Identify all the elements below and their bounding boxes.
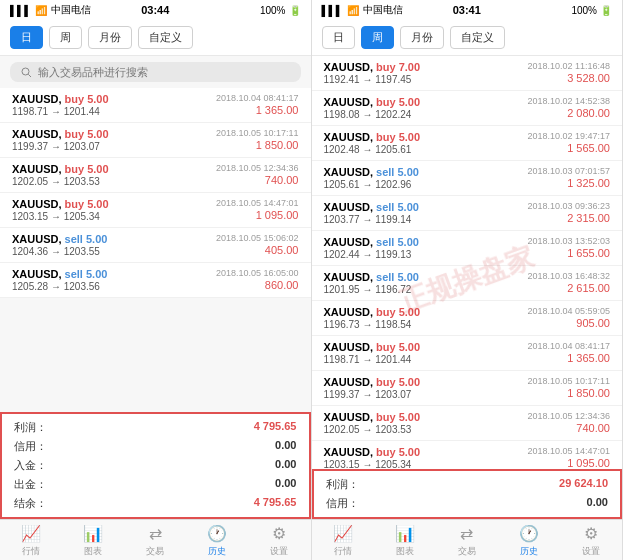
trade-item-0-left: XAUUSD, buy 5.00 1198.71 → 1201.44 2018.… bbox=[0, 88, 311, 123]
summary-deposit-left: 入金： 0.00 bbox=[14, 456, 297, 475]
carrier-name-left: 中国电信 bbox=[51, 3, 91, 17]
signal-icon-right: ▌▌▌ bbox=[322, 5, 343, 16]
filter-month-left[interactable]: 月份 bbox=[88, 26, 132, 49]
filter-month-right[interactable]: 月份 bbox=[400, 26, 444, 49]
summary-credit-left: 信用： 0.00 bbox=[14, 437, 297, 456]
trade-list-left: XAUUSD, buy 5.00 1198.71 → 1201.44 2018.… bbox=[0, 88, 311, 412]
trade-icon-right: ⇄ bbox=[460, 524, 473, 543]
search-icon-left bbox=[20, 66, 32, 78]
carrier-name-right: 中国电信 bbox=[363, 3, 403, 17]
filter-week-left[interactable]: 周 bbox=[49, 26, 82, 49]
svg-point-0 bbox=[22, 68, 29, 75]
summary-profit-left: 利润： 4 795.65 bbox=[14, 418, 297, 437]
trade-icon-left: ⇄ bbox=[149, 524, 162, 543]
battery-icon-right: 🔋 bbox=[600, 5, 612, 16]
summary-left: 利润： 4 795.65 信用： 0.00 入金： 0.00 出金： 0.00 … bbox=[0, 412, 311, 519]
battery-text-left: 100% bbox=[260, 5, 286, 16]
market-icon-right: 📈 bbox=[333, 524, 353, 543]
nav-history-left[interactable]: 🕐 历史 bbox=[186, 524, 248, 558]
nav-history-right[interactable]: 🕐 历史 bbox=[498, 524, 560, 558]
signal-icon: ▌▌▌ bbox=[10, 5, 31, 16]
nav-settings-right[interactable]: ⚙ 设置 bbox=[560, 524, 622, 558]
filter-week-right[interactable]: 周 bbox=[361, 26, 394, 49]
summary-balance-left: 结余： 4 795.65 bbox=[14, 494, 297, 513]
filter-bar-right: 日 周 月份 自定义 bbox=[312, 20, 623, 56]
right-panel: 正规操盘家 ▌▌▌ 📶 中国电信 03:41 100% 🔋 日 周 月份 自定义… bbox=[312, 0, 624, 560]
history-icon-right: 🕐 bbox=[519, 524, 539, 543]
filter-bar-left: 日 周 月份 自定义 bbox=[0, 20, 311, 56]
summary-withdrawal-left: 出金： 0.00 bbox=[14, 475, 297, 494]
search-bar-left[interactable] bbox=[10, 62, 301, 82]
chart-icon-left: 📊 bbox=[83, 524, 103, 543]
nav-settings-left[interactable]: ⚙ 设置 bbox=[248, 524, 310, 558]
battery-right: 100% 🔋 bbox=[571, 5, 612, 16]
filter-custom-right[interactable]: 自定义 bbox=[450, 26, 505, 49]
trade-item-4-left: XAUUSD, sell 5.00 1204.36 → 1203.55 2018… bbox=[0, 228, 311, 263]
history-icon-left: 🕐 bbox=[207, 524, 227, 543]
trade-item-2-left: XAUUSD, buy 5.00 1202.05 → 1203.53 2018.… bbox=[0, 158, 311, 193]
search-input-left[interactable] bbox=[38, 66, 291, 78]
battery-left: 100% 🔋 bbox=[260, 5, 301, 16]
left-panel: ▌▌▌ 📶 中国电信 03:44 100% 🔋 日 周 月份 自定义 XAUUS… bbox=[0, 0, 312, 560]
trade-item-5-right: XAUUSD, sell 5.00 1202.44 → 1199.13 2018… bbox=[312, 231, 623, 266]
trade-item-1-left: XAUUSD, buy 5.00 1199.37 → 1203.07 2018.… bbox=[0, 123, 311, 158]
trade-item-8-right: XAUUSD, buy 5.00 1198.71 → 1201.44 2018.… bbox=[312, 336, 623, 371]
trade-item-5-left: XAUUSD, sell 5.00 1205.28 → 1203.56 2018… bbox=[0, 263, 311, 298]
nav-chart-right[interactable]: 📊 图表 bbox=[374, 524, 436, 558]
time-right: 03:41 bbox=[453, 4, 481, 16]
market-icon-left: 📈 bbox=[21, 524, 41, 543]
bottom-nav-left: 📈 行情 📊 图表 ⇄ 交易 🕐 历史 ⚙ 设置 bbox=[0, 519, 311, 560]
filter-custom-left[interactable]: 自定义 bbox=[138, 26, 193, 49]
filter-day-left[interactable]: 日 bbox=[10, 26, 43, 49]
settings-icon-right: ⚙ bbox=[584, 524, 598, 543]
trade-list-right: XAUUSD, buy 7.00 1192.41 → 1197.45 2018.… bbox=[312, 56, 623, 469]
trade-item-1-right: XAUUSD, buy 5.00 1198.08 → 1202.24 2018.… bbox=[312, 91, 623, 126]
carrier-right: ▌▌▌ 📶 中国电信 bbox=[322, 3, 403, 17]
nav-market-right[interactable]: 📈 行情 bbox=[312, 524, 374, 558]
summary-credit-right: 信用： 0.00 bbox=[326, 494, 609, 513]
summary-right: 利润： 29 624.10 信用： 0.00 bbox=[312, 469, 623, 519]
settings-icon-left: ⚙ bbox=[272, 524, 286, 543]
battery-text-right: 100% bbox=[571, 5, 597, 16]
trade-item-3-right: XAUUSD, sell 5.00 1205.61 → 1202.96 2018… bbox=[312, 161, 623, 196]
trade-item-10-right: XAUUSD, buy 5.00 1202.05 → 1203.53 2018.… bbox=[312, 406, 623, 441]
svg-line-1 bbox=[28, 74, 31, 77]
filter-day-right[interactable]: 日 bbox=[322, 26, 355, 49]
nav-market-left[interactable]: 📈 行情 bbox=[0, 524, 62, 558]
battery-icon-left: 🔋 bbox=[289, 5, 301, 16]
trade-item-6-right: XAUUSD, sell 5.00 1201.95 → 1196.72 2018… bbox=[312, 266, 623, 301]
time-left: 03:44 bbox=[141, 4, 169, 16]
trade-item-2-right: XAUUSD, buy 5.00 1202.48 → 1205.61 2018.… bbox=[312, 126, 623, 161]
nav-trade-left[interactable]: ⇄ 交易 bbox=[124, 524, 186, 558]
trade-item-9-right: XAUUSD, buy 5.00 1199.37 → 1203.07 2018.… bbox=[312, 371, 623, 406]
status-bar-right: ▌▌▌ 📶 中国电信 03:41 100% 🔋 bbox=[312, 0, 623, 20]
trade-item-7-right: XAUUSD, buy 5.00 1196.73 → 1198.54 2018.… bbox=[312, 301, 623, 336]
nav-chart-left[interactable]: 📊 图表 bbox=[62, 524, 124, 558]
trade-item-4-right: XAUUSD, sell 5.00 1203.77 → 1199.14 2018… bbox=[312, 196, 623, 231]
nav-trade-right[interactable]: ⇄ 交易 bbox=[436, 524, 498, 558]
chart-icon-right: 📊 bbox=[395, 524, 415, 543]
bottom-nav-right: 📈 行情 📊 图表 ⇄ 交易 🕐 历史 ⚙ 设置 bbox=[312, 519, 623, 560]
wifi-icon: 📶 bbox=[35, 5, 47, 16]
trade-item-11-right: XAUUSD, buy 5.00 1203.15 → 1205.34 2018.… bbox=[312, 441, 623, 469]
carrier-left: ▌▌▌ 📶 中国电信 bbox=[10, 3, 91, 17]
trade-item-0-right: XAUUSD, buy 7.00 1192.41 → 1197.45 2018.… bbox=[312, 56, 623, 91]
wifi-icon-right: 📶 bbox=[347, 5, 359, 16]
summary-profit-right: 利润： 29 624.10 bbox=[326, 475, 609, 494]
trade-item-3-left: XAUUSD, buy 5.00 1203.15 → 1205.34 2018.… bbox=[0, 193, 311, 228]
status-bar-left: ▌▌▌ 📶 中国电信 03:44 100% 🔋 bbox=[0, 0, 311, 20]
